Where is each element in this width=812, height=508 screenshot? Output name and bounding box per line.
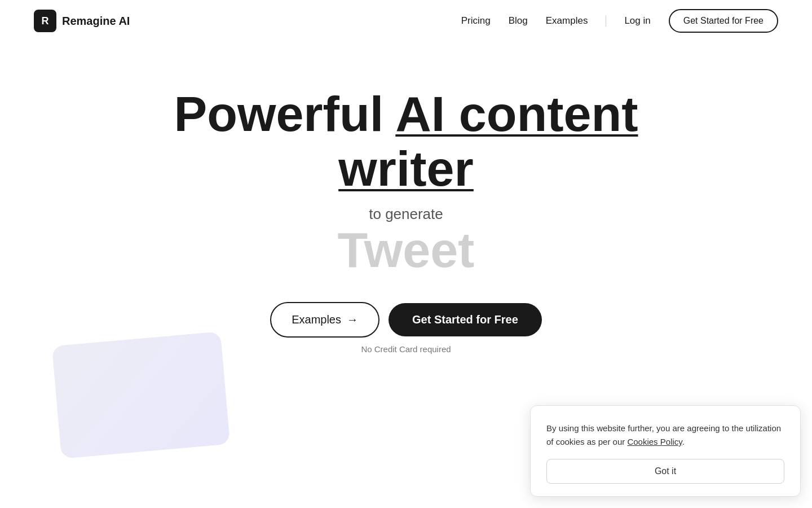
hero-subtitle: to generate <box>369 205 443 223</box>
logo-link[interactable]: R Remagine AI <box>34 10 130 32</box>
cookies-policy-link[interactable]: Cookies Policy <box>627 437 682 446</box>
brand-name: Remagine AI <box>62 15 130 28</box>
decorative-blob <box>52 331 230 458</box>
cookie-banner: By using this website further, you are a… <box>530 405 801 497</box>
nav-pricing[interactable]: Pricing <box>461 15 491 27</box>
nav-links: Pricing Blog Examples Log in Get Started… <box>461 9 778 33</box>
arrow-icon: → <box>347 313 358 326</box>
examples-button[interactable]: Examples → <box>270 302 379 338</box>
hero-buttons: Examples → Get Started for Free <box>270 302 542 338</box>
hero-section: Powerful AI contentwriter to generate Tw… <box>0 42 812 354</box>
login-link[interactable]: Log in <box>624 15 650 27</box>
nav-cta-button[interactable]: Get Started for Free <box>669 9 778 33</box>
logo-icon: R <box>34 10 56 32</box>
cookie-text: By using this website further, you are a… <box>546 422 784 449</box>
no-credit-card-text: No Credit Card required <box>361 344 451 354</box>
navbar: R Remagine AI Pricing Blog Examples Log … <box>0 0 812 42</box>
hero-cta-button[interactable]: Get Started for Free <box>389 303 542 336</box>
hero-title-part1: Powerful <box>174 86 396 142</box>
hero-title: Powerful AI contentwriter <box>174 87 638 196</box>
nav-blog[interactable]: Blog <box>509 15 528 27</box>
nav-examples[interactable]: Examples <box>546 15 588 27</box>
hero-animated-word: Tweet <box>338 225 475 275</box>
nav-divider <box>606 15 606 27</box>
got-it-button[interactable]: Got it <box>546 459 784 484</box>
